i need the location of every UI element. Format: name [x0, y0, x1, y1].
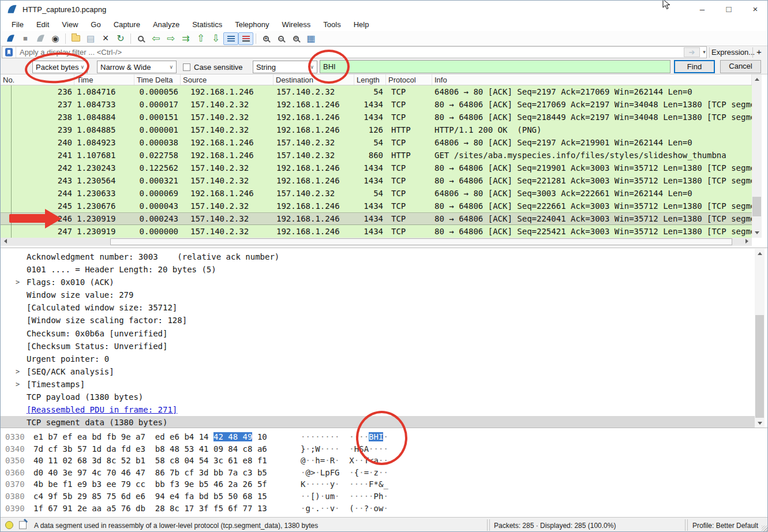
case-sensitive-checkbox[interactable]	[183, 63, 190, 71]
close-icon[interactable]: ×	[742, 1, 768, 18]
packet-list-hscrollbar[interactable]	[1, 238, 752, 246]
go-last-packet-icon[interactable]: ⇩	[208, 32, 223, 45]
col-info[interactable]: Info	[432, 74, 752, 85]
go-forward-icon[interactable]: ⇨	[163, 32, 178, 45]
search-type-dropdown[interactable]: String ∨	[253, 61, 317, 73]
menu-item-wireless[interactable]: Wireless	[275, 18, 317, 31]
menu-item-analyze[interactable]: Analyze	[147, 18, 186, 31]
packet-row-244[interactable]: 2441.2306330.000069192.168.1.246157.140.…	[1, 187, 752, 200]
minimize-icon[interactable]: –	[689, 1, 715, 18]
menu-item-go[interactable]: Go	[84, 18, 107, 31]
expander-chevron-icon[interactable]: >	[16, 365, 20, 378]
detail-line[interactable]: TCP segment data (1380 bytes)	[1, 416, 755, 428]
zoom-in-icon[interactable]: +	[259, 32, 274, 45]
detail-line[interactable]: [Reassembled PDU in frame: 271]	[1, 403, 755, 416]
open-file-icon[interactable]	[68, 32, 83, 45]
expander-chevron-icon[interactable]: >	[16, 378, 20, 391]
packet-row-243[interactable]: 2431.2305640.000321157.140.2.32192.168.1…	[1, 174, 752, 187]
menu-item-capture[interactable]: Capture	[107, 18, 147, 31]
col-time[interactable]: Time	[74, 74, 134, 85]
find-button[interactable]: Find	[674, 60, 715, 73]
scrollbar-thumb[interactable]	[110, 238, 732, 245]
hex-row-0360[interactable]: 0360d0 40 3e 97 4c 70 46 47 86 7b cf 3d …	[1, 467, 768, 479]
apply-filter-icon[interactable]: ➔	[684, 47, 700, 57]
expert-info-icon[interactable]	[5, 521, 13, 529]
expander-chevron-icon[interactable]: >	[16, 276, 20, 289]
go-back-icon[interactable]: ⇦	[148, 32, 163, 45]
menu-item-tools[interactable]: Tools	[317, 18, 347, 31]
detail-line[interactable]: Acknowledgment number: 3003 (relative ac…	[1, 250, 755, 263]
find-packet-icon[interactable]	[133, 32, 148, 45]
menu-item-telephony[interactable]: Telephony	[228, 18, 275, 31]
detail-line[interactable]: >Flags: 0x010 (ACK)	[1, 276, 755, 289]
scroll-up-icon[interactable]	[752, 74, 762, 84]
search-input[interactable]: BHI	[320, 60, 670, 73]
scrollbar-thumb[interactable]	[752, 197, 761, 216]
scroll-down-icon[interactable]	[755, 418, 765, 428]
detail-line[interactable]: [Window size scaling factor: 128]	[1, 314, 755, 327]
hex-row-0350[interactable]: 035040 11 02 68 3d 8c 52 b1 58 c8 04 54 …	[1, 455, 768, 467]
packet-row-242[interactable]: 2421.2302430.122562157.140.2.32192.168.1…	[1, 162, 752, 174]
packet-row-246[interactable]: 2461.2309190.000243157.140.2.32192.168.1…	[1, 212, 752, 225]
hex-row-0380[interactable]: 0380c4 9f 5b 29 85 75 6d e6 94 e4 fa bd …	[1, 490, 768, 503]
char-width-dropdown[interactable]: Narrow & Wide ∨	[97, 61, 177, 73]
start-capture-icon[interactable]	[3, 32, 18, 45]
reload-file-icon[interactable]: ↻	[113, 32, 128, 45]
col-time-delta[interactable]: Time Delta	[134, 74, 181, 85]
detail-line[interactable]: Checksum: 0x0b6a [unverified]	[1, 327, 755, 340]
filter-history-caret-icon[interactable]: ▾	[700, 47, 708, 57]
menu-item-statistics[interactable]: Statistics	[186, 18, 228, 31]
hex-row-0330[interactable]: 0330e1 b7 ef ea bd fb 9e a7 ed e6 b4 14 …	[1, 431, 768, 443]
scroll-up-icon[interactable]	[755, 249, 765, 258]
hex-row-0390[interactable]: 03901f 67 91 2e aa a5 76 db 28 8c 17 3f …	[1, 503, 768, 515]
cancel-button[interactable]: Cancel	[720, 60, 761, 73]
resize-grip[interactable]	[762, 526, 767, 531]
zoom-reset-icon[interactable]: =	[289, 32, 304, 45]
stop-capture-icon[interactable]: ■	[18, 32, 33, 45]
detail-line[interactable]: Window size value: 279	[1, 289, 755, 301]
detail-line[interactable]: TCP payload (1380 bytes)	[1, 391, 755, 403]
menu-item-file[interactable]: File	[5, 18, 30, 31]
go-first-packet-icon[interactable]: ⇧	[193, 32, 208, 45]
bookmark-icon[interactable]	[2, 47, 16, 58]
detail-line[interactable]: [Checksum Status: Unverified]	[1, 340, 755, 353]
hex-row-0370[interactable]: 03704b be f1 e9 b3 ee 79 cc bb f3 9e b5 …	[1, 478, 768, 490]
scroll-right-icon[interactable]	[742, 237, 752, 245]
capture-comment-icon[interactable]	[19, 521, 27, 529]
detail-line[interactable]: Urgent pointer: 0	[1, 353, 755, 365]
zoom-out-icon[interactable]: −	[274, 32, 289, 45]
close-file-icon[interactable]: ×	[98, 32, 113, 45]
packet-row-237[interactable]: 2371.0847330.000017157.140.2.32192.168.1…	[1, 98, 752, 111]
packet-row-238[interactable]: 2381.0848840.000151157.140.2.32192.168.1…	[1, 111, 752, 123]
packet-row-236[interactable]: 2361.0847160.000056192.168.1.246157.140.…	[1, 85, 752, 98]
scroll-down-icon[interactable]	[752, 228, 762, 238]
packet-list-header[interactable]: No. Time Time Delta Source Destination L…	[1, 74, 752, 85]
maximize-icon[interactable]: □	[715, 1, 742, 18]
packet-row-247[interactable]: 2471.2309190.000000157.140.2.32192.168.1…	[1, 225, 752, 238]
col-length[interactable]: Length	[354, 74, 386, 85]
capture-options-icon[interactable]: ◉	[48, 32, 63, 45]
display-filter-input[interactable]: Apply a display filter ... <Ctrl-/>	[2, 46, 707, 58]
profile-label[interactable]: Profile: Better Default	[692, 522, 758, 530]
menu-item-view[interactable]: View	[55, 18, 84, 31]
menu-item-edit[interactable]: Edit	[30, 18, 55, 31]
menu-item-help[interactable]: Help	[347, 18, 376, 31]
packet-row-240[interactable]: 2401.0849230.000038192.168.1.246157.140.…	[1, 136, 752, 149]
detail-line[interactable]: 0101 .... = Header Length: 20 bytes (5)	[1, 263, 755, 276]
scroll-left-icon[interactable]	[1, 237, 10, 245]
go-to-packet-icon[interactable]: ⇉	[178, 32, 193, 45]
add-filter-button[interactable]: +	[756, 47, 762, 57]
detail-line[interactable]: >[SEQ/ACK analysis]	[1, 365, 755, 378]
restart-capture-icon[interactable]	[33, 32, 48, 45]
col-no[interactable]: No.	[1, 74, 74, 85]
colorize-icon[interactable]	[238, 32, 253, 45]
packet-list-vscrollbar[interactable]	[752, 74, 762, 238]
expression-button[interactable]: Expression...	[711, 48, 755, 57]
col-destination[interactable]: Destination	[274, 74, 354, 85]
resize-columns-icon[interactable]: ▦	[304, 32, 319, 45]
hex-row-0340[interactable]: 03407d cf 3b 57 1d da fd e3 b8 48 53 41 …	[1, 443, 768, 455]
packet-row-241[interactable]: 2411.1076810.022758192.168.1.246157.140.…	[1, 149, 752, 162]
detail-line[interactable]: [Calculated window size: 35712]	[1, 301, 755, 314]
col-source[interactable]: Source	[181, 74, 274, 85]
packet-row-245[interactable]: 2451.2306760.000043157.140.2.32192.168.1…	[1, 200, 752, 212]
